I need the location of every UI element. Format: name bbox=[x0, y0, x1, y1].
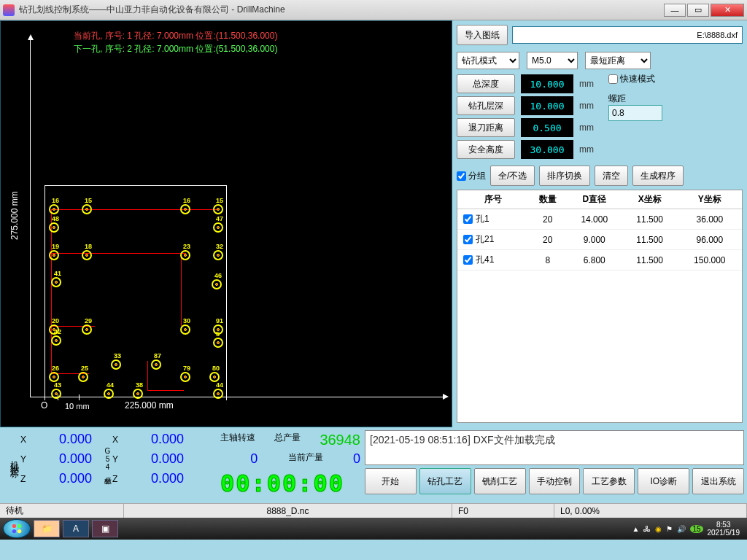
action-5-button[interactable]: IO诊断 bbox=[638, 468, 689, 494]
origin-label: O bbox=[41, 400, 47, 411]
hole-marker[interactable]: 41 bbox=[51, 277, 61, 287]
hole-marker[interactable]: 29 bbox=[82, 324, 92, 335]
hole-marker[interactable]: 5 bbox=[213, 338, 223, 348]
hole-marker[interactable]: 18 bbox=[82, 250, 92, 260]
spindle-display: 主轴转速总产量36948 0当前产量0 00:00:00 bbox=[219, 427, 362, 503]
network-icon[interactable]: 🖧 bbox=[643, 525, 651, 533]
param-0-button[interactable]: 总深度 bbox=[457, 74, 515, 93]
sort-select[interactable]: 最短距离 bbox=[585, 52, 651, 69]
holes-table[interactable]: 序号数量D直径X坐标Y坐标 孔12014.00011.50036.000孔212… bbox=[457, 190, 743, 423]
hole-marker[interactable]: 48 bbox=[49, 222, 59, 233]
select-all-button[interactable]: 全/不选 bbox=[490, 166, 535, 186]
action-6-button[interactable]: 退出系统 bbox=[692, 468, 744, 494]
hole-marker[interactable]: 44 bbox=[213, 389, 223, 399]
system-tray[interactable]: ▲ 🖧 ◉ ⚑ 🔊 15 8:532021/5/19 bbox=[627, 521, 744, 537]
col-header[interactable]: X坐标 bbox=[622, 190, 678, 209]
param-1-value[interactable]: 10.000 bbox=[521, 96, 573, 115]
param-0-value[interactable]: 10.000 bbox=[521, 74, 573, 93]
badge-icon[interactable]: 15 bbox=[690, 525, 703, 533]
window-title: 钻孔划线控制系统——中山亚力菲自动化设备有限公司 - DrillMachine bbox=[19, 4, 285, 16]
hole-marker[interactable]: 15 bbox=[213, 204, 223, 214]
hole-marker[interactable]: 87 bbox=[151, 359, 161, 370]
log-output: [2021-05-19 08:51:16] DXF文件加载完成 bbox=[365, 430, 744, 465]
hole-marker[interactable]: 32 bbox=[213, 250, 223, 260]
pitch-input[interactable] bbox=[608, 105, 662, 121]
start-button[interactable] bbox=[3, 519, 31, 538]
col-header[interactable]: Y坐标 bbox=[678, 190, 742, 209]
tray-icon[interactable]: ▲ bbox=[632, 525, 639, 533]
sort-toggle-button[interactable]: 排序切换 bbox=[539, 166, 590, 186]
param-3-button[interactable]: 安全高度 bbox=[457, 140, 515, 159]
import-drawing-button[interactable]: 导入图纸 bbox=[457, 25, 508, 45]
close-button[interactable]: ✕ bbox=[711, 4, 744, 17]
explorer-icon[interactable]: 📁 bbox=[34, 520, 60, 537]
flag-icon[interactable]: ⚑ bbox=[666, 525, 673, 533]
hole-marker[interactable]: 25 bbox=[78, 372, 88, 382]
hole-marker[interactable]: 47 bbox=[213, 222, 223, 233]
param-2-value[interactable]: 0.500 bbox=[521, 118, 573, 137]
status-file: 8888_D.nc bbox=[124, 504, 452, 518]
action-3-button[interactable]: 手动控制 bbox=[529, 468, 581, 494]
action-4-button[interactable]: 工艺参数 bbox=[583, 468, 635, 494]
bottom-panel: 机械坐标 X0.000 G54坐标 X0.000 Y0.000 Y0.000 Z… bbox=[0, 427, 747, 503]
group-checkbox[interactable]: 分组 bbox=[457, 170, 486, 182]
param-3-value[interactable]: 30.000 bbox=[521, 140, 573, 159]
hole-marker[interactable]: 46 bbox=[212, 279, 222, 289]
hole-marker[interactable]: 33 bbox=[111, 359, 121, 370]
fast-mode-checkbox[interactable]: 快速模式 bbox=[608, 73, 662, 85]
row-checkbox[interactable] bbox=[463, 235, 473, 244]
action-0-button[interactable]: 开始 bbox=[365, 468, 417, 494]
taskbar-clock[interactable]: 8:532021/5/19 bbox=[708, 521, 740, 537]
action-2-button[interactable]: 铣削工艺 bbox=[474, 468, 526, 494]
app-taskbar-icon[interactable]: ▣ bbox=[92, 520, 118, 537]
col-header[interactable]: D直径 bbox=[567, 190, 622, 209]
generate-program-button[interactable]: 生成程序 bbox=[632, 166, 684, 186]
svg-point-0 bbox=[12, 524, 16, 528]
hole-marker[interactable]: 19 bbox=[49, 250, 59, 260]
taskbar[interactable]: 📁 A ▣ ▲ 🖧 ◉ ⚑ 🔊 15 8:532021/5/19 bbox=[0, 518, 747, 540]
table-row[interactable]: 孔12014.00011.50036.000 bbox=[457, 209, 742, 230]
right-panel: 导入图纸 E:\8888.dxf 钻孔模式 M5.0 最短距离 总深度 10.0… bbox=[452, 20, 747, 427]
y-axis bbox=[30, 36, 31, 397]
svg-point-3 bbox=[18, 529, 21, 533]
table-row[interactable]: 孔21209.00011.50096.000 bbox=[457, 230, 742, 250]
status-feed: F0 bbox=[452, 504, 554, 518]
coordinates-display: 机械坐标 X0.000 G54坐标 X0.000 Y0.000 Y0.000 Z… bbox=[0, 427, 219, 503]
autocad-icon[interactable]: A bbox=[63, 520, 89, 537]
status-bar: 待机 8888_D.nc F0 L0, 0.00% bbox=[0, 503, 747, 518]
hole-marker[interactable]: 79 bbox=[180, 372, 190, 382]
drawing-canvas[interactable]: 当前孔, 序号: 1 孔径: 7.000mm 位置:(11.500,36.000… bbox=[0, 20, 452, 427]
hole-marker[interactable]: 43 bbox=[51, 389, 61, 399]
tool-select[interactable]: M5.0 bbox=[527, 52, 578, 69]
hole-marker[interactable]: 26 bbox=[49, 372, 59, 382]
param-1-button[interactable]: 钻孔层深 bbox=[457, 96, 515, 115]
scale-label: 10 mm bbox=[65, 402, 90, 411]
svg-point-2 bbox=[12, 529, 16, 533]
volume-icon[interactable]: 🔊 bbox=[677, 525, 686, 533]
param-2-button[interactable]: 退刀距离 bbox=[457, 118, 515, 137]
action-1-button[interactable]: 钻孔工艺 bbox=[419, 468, 471, 494]
mode-select[interactable]: 钻孔模式 bbox=[457, 52, 519, 69]
clear-button[interactable]: 清空 bbox=[595, 166, 628, 186]
row-checkbox[interactable] bbox=[463, 255, 473, 265]
row-checkbox[interactable] bbox=[463, 214, 473, 224]
hole-marker[interactable]: 16 bbox=[49, 204, 59, 214]
hole-marker[interactable]: 15 bbox=[82, 204, 92, 214]
hole-marker[interactable]: 42 bbox=[51, 335, 61, 346]
table-row[interactable]: 孔4186.80011.500150.000 bbox=[457, 250, 742, 271]
app-icon bbox=[3, 4, 15, 16]
hole-marker[interactable]: 44 bbox=[104, 389, 114, 399]
hole-marker[interactable]: 23 bbox=[180, 250, 190, 260]
hole-marker[interactable]: 16 bbox=[180, 204, 190, 214]
hole-marker[interactable]: 30 bbox=[180, 324, 190, 335]
hole-marker[interactable]: 80 bbox=[209, 372, 220, 382]
col-header[interactable]: 数量 bbox=[529, 190, 567, 209]
minimize-button[interactable]: — bbox=[664, 4, 686, 17]
status-line: L0, 0.00% bbox=[554, 504, 747, 518]
file-path-field[interactable]: E:\8888.dxf bbox=[512, 26, 743, 44]
y-axis-label: 275.000 mm bbox=[9, 191, 20, 240]
hole-marker[interactable]: 38 bbox=[133, 389, 143, 399]
shield-icon[interactable]: ◉ bbox=[655, 525, 662, 533]
col-header[interactable]: 序号 bbox=[457, 190, 529, 209]
maximize-button[interactable]: ▭ bbox=[687, 4, 709, 17]
